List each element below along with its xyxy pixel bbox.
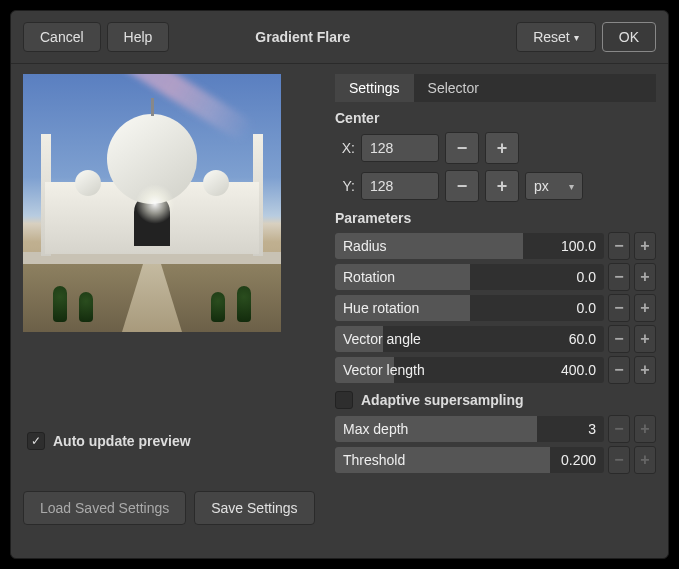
- vector-length-increment[interactable]: +: [634, 356, 656, 384]
- vector-length-value: 400.0: [561, 362, 596, 378]
- threshold-label: Threshold: [343, 452, 405, 468]
- vector-angle-increment[interactable]: +: [634, 325, 656, 353]
- gradient-flare-dialog: Cancel Help Gradient Flare Reset ▾ OK: [10, 10, 669, 559]
- max-depth-decrement[interactable]: −: [608, 415, 630, 443]
- tab-settings[interactable]: Settings: [335, 74, 414, 102]
- vector-angle-decrement[interactable]: −: [608, 325, 630, 353]
- vector-length-slider[interactable]: Vector length400.0: [335, 357, 604, 383]
- radius-label: Radius: [343, 238, 387, 254]
- x-increment[interactable]: +: [485, 132, 519, 164]
- auto-update-label: Auto update preview: [53, 433, 191, 449]
- adaptive-supersampling-checkbox[interactable]: [335, 391, 353, 409]
- threshold-decrement[interactable]: −: [608, 446, 630, 474]
- reset-button[interactable]: Reset ▾: [516, 22, 596, 52]
- auto-update-checkbox[interactable]: [27, 432, 45, 450]
- chevron-down-icon: ▾: [569, 181, 574, 192]
- vector-length-decrement[interactable]: −: [608, 356, 630, 384]
- vector-length-label: Vector length: [343, 362, 425, 378]
- hue-rotation-slider[interactable]: Hue rotation0.0: [335, 295, 604, 321]
- titlebar: Cancel Help Gradient Flare Reset ▾ OK: [11, 11, 668, 64]
- preview-image: [23, 74, 281, 332]
- x-input[interactable]: [361, 134, 439, 162]
- max-depth-label: Max depth: [343, 421, 408, 437]
- y-input[interactable]: [361, 172, 439, 200]
- parameters-section-title: Parameters: [335, 208, 656, 232]
- help-button[interactable]: Help: [107, 22, 170, 52]
- dialog-body: Auto update preview Settings Selector Ce…: [11, 64, 668, 558]
- max-depth-increment[interactable]: +: [634, 415, 656, 443]
- save-settings-button[interactable]: Save Settings: [194, 491, 314, 525]
- rotation-slider[interactable]: Rotation0.0: [335, 264, 604, 290]
- threshold-value: 0.200: [561, 452, 596, 468]
- radius-slider[interactable]: Radius100.0: [335, 233, 604, 259]
- cancel-button[interactable]: Cancel: [23, 22, 101, 52]
- threshold-slider[interactable]: Threshold 0.200: [335, 447, 604, 473]
- vector-angle-label: Vector angle: [343, 331, 421, 347]
- vector-angle-value: 60.0: [569, 331, 596, 347]
- center-section-title: Center: [335, 108, 656, 132]
- hue-rotation-increment[interactable]: +: [634, 294, 656, 322]
- y-label: Y:: [335, 178, 355, 194]
- adaptive-supersampling-label: Adaptive supersampling: [361, 392, 524, 408]
- x-label: X:: [335, 140, 355, 156]
- reset-label: Reset: [533, 29, 570, 45]
- vector-angle-slider[interactable]: Vector angle60.0: [335, 326, 604, 352]
- dialog-title: Gradient Flare: [255, 29, 350, 45]
- unit-value: px: [534, 178, 549, 194]
- rotation-value: 0.0: [577, 269, 596, 285]
- rotation-increment[interactable]: +: [634, 263, 656, 291]
- chevron-down-icon: ▾: [574, 32, 579, 43]
- hue-rotation-value: 0.0: [577, 300, 596, 316]
- load-saved-settings-button[interactable]: Load Saved Settings: [23, 491, 186, 525]
- tab-strip: Settings Selector: [335, 74, 656, 102]
- radius-increment[interactable]: +: [634, 232, 656, 260]
- max-depth-value: 3: [588, 421, 596, 437]
- x-decrement[interactable]: −: [445, 132, 479, 164]
- radius-value: 100.0: [561, 238, 596, 254]
- radius-decrement[interactable]: −: [608, 232, 630, 260]
- rotation-label: Rotation: [343, 269, 395, 285]
- hue-rotation-label: Hue rotation: [343, 300, 419, 316]
- ok-button[interactable]: OK: [602, 22, 656, 52]
- threshold-increment[interactable]: +: [634, 446, 656, 474]
- max-depth-slider[interactable]: Max depth 3: [335, 416, 604, 442]
- y-decrement[interactable]: −: [445, 170, 479, 202]
- y-increment[interactable]: +: [485, 170, 519, 202]
- rotation-decrement[interactable]: −: [608, 263, 630, 291]
- hue-rotation-decrement[interactable]: −: [608, 294, 630, 322]
- tab-selector[interactable]: Selector: [414, 74, 493, 102]
- unit-select[interactable]: px ▾: [525, 172, 583, 200]
